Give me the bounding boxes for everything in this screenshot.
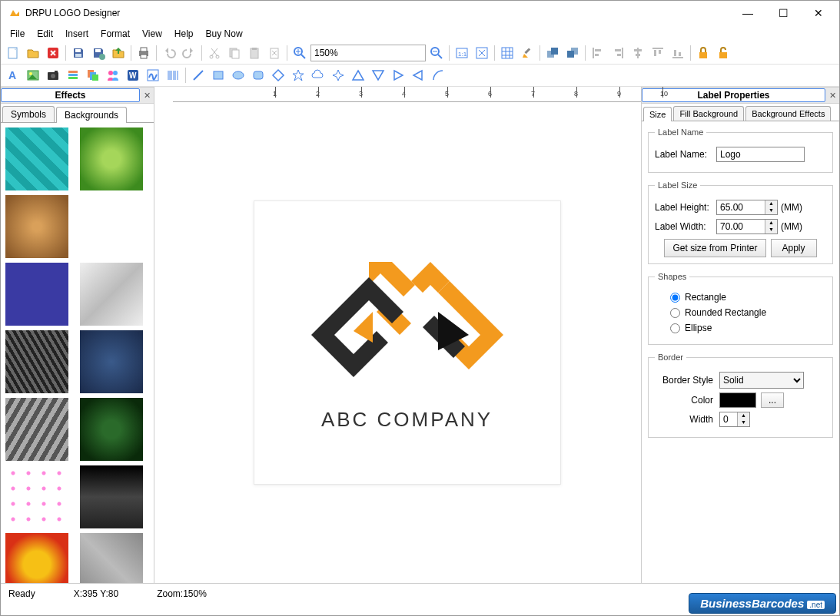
apply-button[interactable]: Apply [771,239,817,257]
play-right-icon[interactable] [389,66,407,84]
star-tool-icon[interactable] [289,66,307,84]
text-tool-icon[interactable]: A [4,66,22,84]
align-right-icon[interactable] [609,44,627,62]
width-up-icon[interactable]: ▲ [765,220,777,227]
menu-insert[interactable]: Insert [59,27,95,41]
line-tool-icon[interactable] [189,66,208,84]
copy-icon[interactable] [225,44,244,62]
redo-icon[interactable] [180,44,198,62]
close-file-icon[interactable] [44,44,62,62]
zoom-in-icon[interactable] [291,44,309,62]
align-bottom-icon[interactable] [669,44,687,62]
background-thumb[interactable] [5,195,68,258]
bwidth-down-icon[interactable]: ▼ [738,419,749,426]
border-style-select[interactable]: Solid [719,372,804,389]
shape-rectangle-radio[interactable] [670,293,680,303]
menu-buy-now[interactable]: Buy Now [200,27,249,41]
export-icon[interactable] [109,44,128,62]
tab-symbols[interactable]: Symbols [2,106,55,122]
triangle-down-icon[interactable] [369,66,387,84]
effects-close-icon[interactable]: ✕ [140,91,154,101]
label-width-input[interactable] [717,220,765,233]
design-canvas[interactable]: ABC COMPANY [254,200,561,485]
border-color-button[interactable]: ... [761,392,784,408]
tab-background-effects[interactable]: Background Effects [745,106,831,121]
shape-ellipse-radio[interactable] [670,323,680,333]
menu-view[interactable]: View [136,27,168,41]
border-width-input[interactable] [720,412,737,426]
image-tool-icon[interactable] [24,66,42,84]
star4-tool-icon[interactable] [329,66,347,84]
background-thumb[interactable] [5,398,68,461]
background-thumb[interactable] [5,330,68,393]
tab-fill-background[interactable]: Fill Background [673,106,744,121]
paste-icon[interactable] [245,44,264,62]
label-width-spinner[interactable]: ▲▼ [716,219,778,234]
cloud-tool-icon[interactable] [309,66,327,84]
align-center-icon[interactable] [629,44,647,62]
menu-file[interactable]: File [4,27,31,41]
grid-icon[interactable] [498,44,516,62]
layers-icon[interactable] [64,66,82,84]
get-size-printer-button[interactable]: Get size from Printer [664,239,765,257]
company-text[interactable]: ABC COMPANY [321,408,493,432]
signature-icon[interactable] [144,66,162,84]
zoom-combo[interactable] [310,45,426,61]
minimize-button[interactable]: — [730,1,765,25]
background-thumb[interactable] [80,195,143,258]
background-thumb[interactable] [80,263,143,326]
logo-graphic[interactable] [300,254,515,392]
background-thumb[interactable] [5,533,68,583]
menu-format[interactable]: Format [95,27,136,41]
label-name-input[interactable] [716,147,805,162]
menu-help[interactable]: Help [168,27,200,41]
background-thumb[interactable] [80,330,143,393]
align-top-icon[interactable] [649,44,667,62]
people-icon[interactable] [104,66,122,84]
maximize-button[interactable]: ☐ [765,1,801,25]
save-as-icon[interactable] [89,44,108,62]
undo-icon[interactable] [160,44,178,62]
background-thumb[interactable] [80,128,143,190]
height-up-icon[interactable]: ▲ [765,200,777,207]
background-thumb[interactable] [5,263,68,326]
backgrounds-grid[interactable] [1,123,154,583]
tab-size[interactable]: Size [643,107,672,121]
background-thumb[interactable] [5,465,68,528]
align-left-icon[interactable] [589,44,607,62]
bring-front-icon[interactable] [543,44,562,62]
triangle-up-icon[interactable] [349,66,367,84]
zoom-out-icon[interactable] [427,44,446,62]
rect-fill-icon[interactable] [209,66,227,84]
tab-backgrounds[interactable]: Backgrounds [56,107,127,123]
properties-close-icon[interactable]: ✕ [825,91,839,101]
diamond-tool-icon[interactable] [269,66,287,84]
save-icon[interactable] [69,44,88,62]
label-height-input[interactable] [717,200,765,214]
zoom-fit-icon[interactable] [473,44,491,62]
background-thumb[interactable] [80,533,143,583]
play-left-icon[interactable] [409,66,427,84]
color-picker-icon[interactable] [518,44,536,62]
canvas-viewport[interactable]: ABC COMPANY [173,102,641,583]
barcode-icon[interactable] [164,66,182,84]
close-button[interactable]: ✕ [801,1,836,25]
rrect-tool-icon[interactable] [249,66,267,84]
ellipse-tool-icon[interactable] [229,66,247,84]
send-back-icon[interactable] [563,44,582,62]
label-height-spinner[interactable]: ▲▼ [716,200,778,215]
height-down-icon[interactable]: ▼ [765,207,777,214]
delete-icon[interactable] [265,44,284,62]
menu-edit[interactable]: Edit [31,27,59,41]
bwidth-up-icon[interactable]: ▲ [738,412,749,419]
camera-icon[interactable] [44,66,62,84]
arc-tool-icon[interactable] [429,66,447,84]
background-thumb[interactable] [5,128,68,190]
cut-icon[interactable] [205,44,224,62]
shape-rounded-radio[interactable] [670,308,680,318]
new-icon[interactable] [4,44,22,62]
border-width-spinner[interactable]: ▲▼ [719,412,750,427]
templates-icon[interactable] [84,66,102,84]
open-icon[interactable] [24,44,42,62]
word-icon[interactable]: W [124,66,142,84]
